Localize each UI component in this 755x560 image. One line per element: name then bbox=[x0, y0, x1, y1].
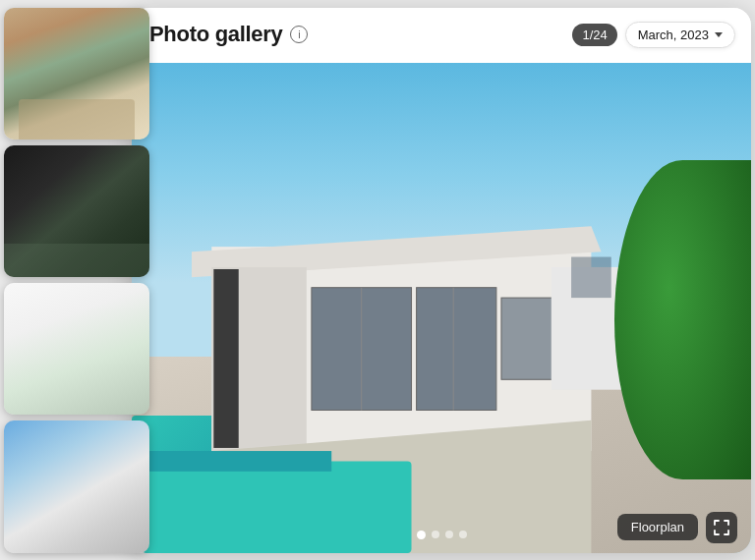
chevron-down-icon bbox=[715, 32, 723, 37]
svg-rect-13 bbox=[132, 451, 331, 472]
photo-counter: 1/24 bbox=[572, 24, 616, 46]
info-icon[interactable]: i bbox=[290, 26, 308, 43]
floorplan-button[interactable]: Floorplan bbox=[617, 514, 698, 540]
main-scene bbox=[132, 63, 751, 553]
dot-3[interactable] bbox=[445, 531, 453, 538]
main-image-area: Floorplan bbox=[132, 63, 751, 553]
date-dropdown[interactable]: March, 2023 bbox=[625, 22, 735, 48]
svg-rect-10 bbox=[571, 256, 611, 298]
top-right-controls: 1/24 March, 2023 bbox=[572, 22, 735, 48]
gallery-panel: Photo gallery i 1/24 March, 2023 bbox=[132, 8, 751, 553]
expand-icon bbox=[714, 520, 729, 535]
thumbnail-strip bbox=[4, 8, 149, 553]
thumbnail-3[interactable] bbox=[4, 283, 149, 415]
date-label: March, 2023 bbox=[638, 28, 709, 42]
bush-right bbox=[614, 160, 751, 478]
thumbnail-1[interactable] bbox=[4, 8, 149, 140]
svg-rect-3 bbox=[417, 287, 496, 410]
gallery-title: Photo gallery bbox=[149, 22, 282, 47]
dot-2[interactable] bbox=[432, 531, 439, 538]
bottom-right-controls: Floorplan bbox=[617, 512, 737, 543]
svg-rect-8 bbox=[213, 268, 238, 447]
thumbnail-2[interactable] bbox=[4, 145, 149, 277]
dot-4[interactable] bbox=[459, 531, 467, 538]
dot-1[interactable] bbox=[417, 531, 426, 539]
gallery-container: Photo gallery i 1/24 March, 2023 bbox=[4, 8, 751, 553]
expand-button[interactable] bbox=[706, 512, 737, 543]
thumbnail-4[interactable] bbox=[4, 420, 149, 552]
floorplan-label: Floorplan bbox=[631, 520, 684, 534]
